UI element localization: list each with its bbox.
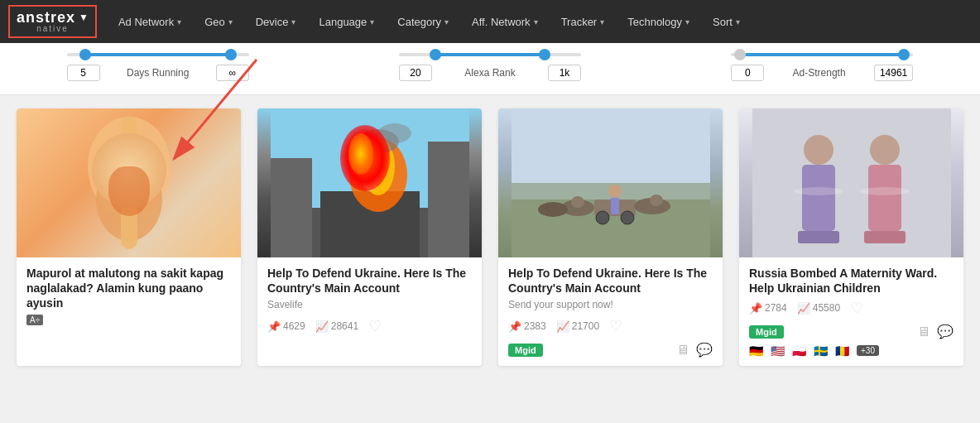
- nav-technology[interactable]: Technology ▾: [617, 11, 699, 33]
- flag-de: 🇩🇪: [749, 344, 767, 357]
- ad-strength-thumb-right[interactable]: [898, 49, 910, 60]
- nav-sort[interactable]: Sort ▾: [703, 11, 750, 33]
- alexa-rank-label: Alexa Rank: [464, 67, 515, 79]
- ad-strength-label: Ad-Strength: [793, 67, 846, 79]
- card-2-heart-icon[interactable]: ♡: [368, 317, 382, 335]
- nav-ad-network-caret: ▾: [177, 17, 181, 26]
- card-4-heart-icon[interactable]: ♡: [850, 299, 863, 317]
- comment-icon-4[interactable]: 💬: [937, 324, 954, 339]
- monitor-icon-3[interactable]: 🖥: [676, 343, 689, 358]
- svg-point-8: [108, 171, 150, 195]
- svg-point-26: [571, 196, 584, 208]
- flag-pl: 🇵🇱: [792, 344, 810, 357]
- alexa-rank-filter: 20 Alexa Rank 1k: [348, 53, 631, 81]
- nav-device-caret: ▾: [291, 17, 295, 26]
- svg-point-5: [133, 176, 150, 186]
- nav-device[interactable]: Device ▾: [246, 11, 306, 33]
- card-1-title: Mapurol at malutong na sakit kapag nagla…: [26, 266, 231, 311]
- flags-more: +30: [857, 345, 879, 356]
- logo-caret: ▼: [79, 12, 89, 22]
- alexa-rank-thumb-left[interactable]: [430, 49, 441, 60]
- flag-se: 🇸🇪: [814, 344, 832, 357]
- alexa-rank-slider[interactable]: [399, 53, 581, 56]
- card-4-body: Russia Bombed A Maternity Ward. Help Ukr…: [739, 257, 963, 365]
- card-2-subtitle: Savelife: [267, 299, 472, 310]
- ad-strength-slider[interactable]: [731, 53, 913, 56]
- nav-tracker-label: Tracker: [561, 16, 598, 28]
- card-4-stat-1: 📌 2784: [749, 302, 787, 315]
- card-1-footer: A÷: [26, 315, 231, 329]
- svg-point-16: [360, 150, 380, 191]
- svg-rect-38: [864, 231, 906, 243]
- card-3-stat-2: 📈 21700: [556, 320, 599, 333]
- logo-native-text: native: [36, 25, 69, 33]
- card-4-stat-2-value: 45580: [813, 302, 840, 314]
- nav-geo[interactable]: Geo ▾: [195, 11, 243, 33]
- nav-device-label: Device: [256, 16, 289, 28]
- svg-point-24: [621, 211, 634, 224]
- nav-category-label: Category: [397, 16, 441, 28]
- card-2-image: [257, 108, 482, 257]
- card-4-footer: Mgid 🖥 💬: [749, 324, 954, 339]
- nav-geo-label: Geo: [204, 16, 225, 28]
- nav-ad-network[interactable]: Ad Network ▾: [108, 11, 191, 33]
- alexa-rank-min[interactable]: 20: [399, 65, 432, 81]
- card-2-title: Help To Defend Ukraine. Here Is The Coun…: [267, 266, 472, 296]
- thumbtack-icon-4: 📌: [749, 302, 762, 315]
- svg-rect-37: [798, 231, 839, 243]
- ad-strength-thumb-left[interactable]: [734, 49, 746, 60]
- alexa-rank-thumb-right[interactable]: [539, 49, 550, 60]
- days-running-thumb-right[interactable]: [225, 49, 237, 60]
- nav-geo-caret: ▾: [228, 17, 233, 26]
- card-3-subtitle: Send your support now!: [508, 299, 713, 310]
- card-1-ab-tag: A÷: [26, 315, 43, 325]
- card-3-heart-icon[interactable]: ♡: [609, 317, 622, 335]
- card-2: Help To Defend Ukraine. Here Is The Coun…: [257, 108, 482, 366]
- card-3-image: [498, 108, 723, 257]
- trending-icon-3: 📈: [556, 320, 569, 333]
- nav-tracker[interactable]: Tracker ▾: [551, 11, 615, 33]
- svg-rect-36: [868, 165, 901, 231]
- flag-us: 🇺🇸: [771, 344, 789, 357]
- ad-strength-max[interactable]: 14961: [874, 65, 913, 81]
- svg-point-30: [608, 185, 622, 198]
- svg-rect-31: [611, 198, 619, 214]
- card-4-title: Russia Bombed A Maternity Ward. Help Ukr…: [749, 266, 954, 296]
- days-running-max[interactable]: ∞: [216, 65, 249, 81]
- card-3-stat-1-value: 2383: [524, 320, 546, 332]
- card-4-stats: 📌 2784 📈 45580 ♡: [749, 299, 954, 317]
- nav-aff-network-caret: ▾: [534, 17, 538, 26]
- svg-point-39: [794, 187, 843, 195]
- svg-point-4: [108, 176, 125, 186]
- card-4-stat-2: 📈 45580: [797, 302, 840, 315]
- nav-sort-label: Sort: [713, 16, 733, 28]
- days-running-slider[interactable]: [67, 53, 249, 56]
- svg-point-40: [860, 187, 910, 195]
- ad-strength-min[interactable]: 0: [731, 65, 764, 81]
- nav-language[interactable]: Language ▾: [309, 11, 384, 33]
- days-running-thumb-left[interactable]: [79, 49, 91, 60]
- card-4-stat-1-value: 2784: [765, 302, 787, 314]
- nav-aff-network[interactable]: Aff. Network ▾: [462, 11, 548, 33]
- card-2-stat-1-value: 4629: [283, 320, 305, 332]
- card-2-stat-2: 📈 28641: [315, 320, 358, 333]
- days-running-min[interactable]: 5: [67, 65, 100, 81]
- thumbtack-icon-3: 📌: [508, 320, 521, 333]
- navbar: anstrex ▼ native Ad Network ▾ Geo ▾ Devi…: [0, 0, 980, 43]
- nav-ad-network-label: Ad Network: [118, 16, 174, 28]
- nav-category-caret: ▾: [444, 17, 449, 26]
- comment-icon-3[interactable]: 💬: [696, 342, 713, 358]
- card-2-stat-1: 📌 4629: [267, 320, 305, 333]
- filters-bar: 5 Days Running ∞ 20 Alexa Rank 1k: [0, 43, 980, 95]
- svg-point-14: [349, 137, 407, 212]
- nav-category[interactable]: Category ▾: [387, 11, 459, 33]
- days-running-label: Days Running: [127, 67, 189, 79]
- card-3-stats: 📌 2383 📈 21700 ♡: [508, 317, 713, 335]
- nav-sort-caret: ▾: [736, 17, 740, 26]
- trending-icon: 📈: [315, 320, 329, 333]
- logo[interactable]: anstrex ▼ native: [8, 5, 97, 38]
- monitor-icon-4[interactable]: 🖥: [917, 324, 930, 339]
- card-3: Help To Defend Ukraine. Here Is The Coun…: [498, 108, 723, 366]
- nav-language-label: Language: [319, 16, 367, 28]
- alexa-rank-max[interactable]: 1k: [548, 65, 581, 81]
